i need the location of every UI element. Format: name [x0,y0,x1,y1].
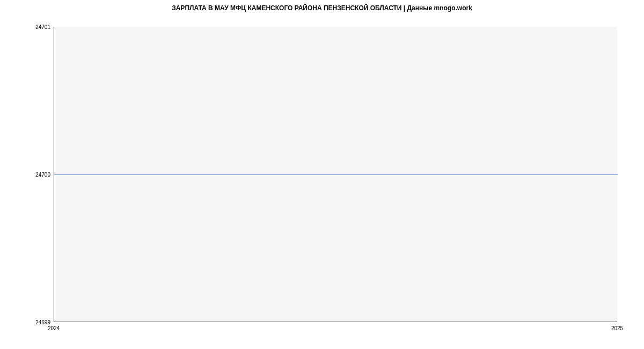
chart-title: ЗАРПЛАТА В МАУ МФЦ КАМЕНСКОГО РАЙОНА ПЕН… [0,0,644,12]
data-series-line [54,174,618,175]
chart-plot-area: 24701 24700 24699 2024 2025 [54,27,617,322]
y-tick-label: 24700 [35,172,50,178]
plot-background [54,27,617,322]
x-tick-label: 2025 [611,325,623,331]
y-tick-label: 24701 [35,24,50,30]
x-tick-label: 2024 [48,325,60,331]
y-tick-label: 24699 [35,319,50,325]
